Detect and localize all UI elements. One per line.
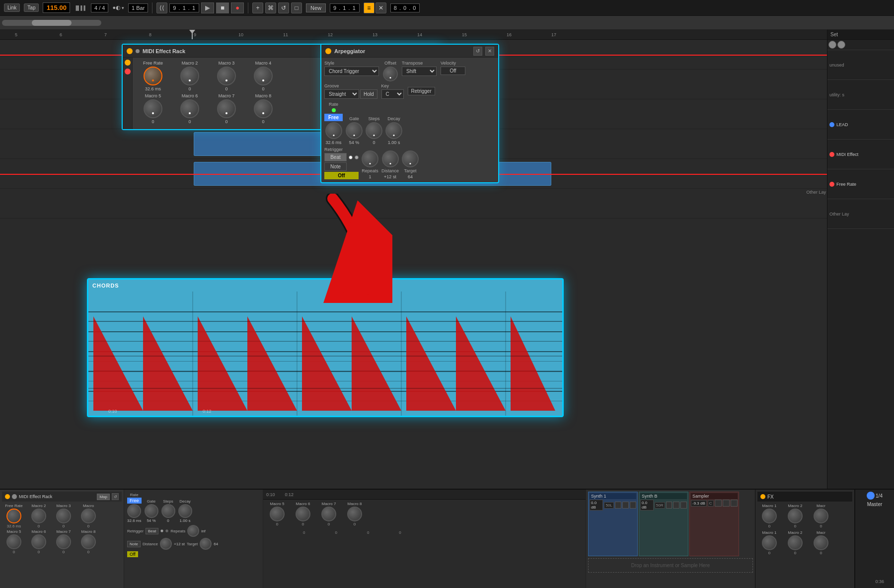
bottom-knob-free-rate[interactable] bbox=[6, 509, 21, 523]
bottom-knob-4[interactable] bbox=[81, 509, 96, 523]
synth-b-btn-3[interactable] bbox=[680, 502, 687, 509]
bottom-distance-knob[interactable] bbox=[160, 538, 172, 550]
sampler-btn-2[interactable] bbox=[723, 500, 730, 507]
beat-retrigger-button[interactable]: Beat bbox=[324, 153, 347, 161]
link-icon-button[interactable]: ⌘ bbox=[265, 2, 276, 13]
bottom-knob-6[interactable] bbox=[31, 534, 46, 549]
rack-fold-dot[interactable] bbox=[136, 49, 140, 53]
key-dropdown[interactable]: C bbox=[381, 89, 404, 99]
macro-knob-7[interactable] bbox=[217, 99, 236, 118]
style-dropdown[interactable]: Chord Trigger bbox=[324, 67, 379, 76]
bottom-off-btn[interactable]: Off bbox=[127, 551, 138, 557]
bottom-rack-dot[interactable] bbox=[5, 494, 10, 499]
bc-knob-6[interactable] bbox=[296, 507, 310, 521]
chords-clip[interactable]: CHORDS bbox=[87, 278, 564, 417]
rewind-button[interactable]: ⟨⟨ bbox=[156, 2, 167, 13]
bottom-knob-8[interactable] bbox=[81, 534, 96, 549]
macro-knob-6[interactable] bbox=[180, 99, 199, 118]
fx-knob-6[interactable] bbox=[788, 535, 803, 550]
bottom-free-btn[interactable]: Free bbox=[127, 498, 142, 504]
bottom-knob-7[interactable] bbox=[56, 534, 71, 549]
synth-1-btn-2[interactable] bbox=[622, 502, 629, 509]
arp-icon-2[interactable]: ✕ bbox=[485, 47, 494, 56]
sampler-btn-3[interactable] bbox=[731, 500, 738, 507]
groove-dropdown[interactable]: Straight bbox=[324, 89, 359, 99]
bottom-rack-map-btn[interactable]: Map bbox=[97, 494, 110, 500]
rate-knob[interactable] bbox=[325, 122, 342, 139]
position-display[interactable]: 9 . 1 . 1 bbox=[169, 3, 199, 12]
rack-strip-dot-orange[interactable] bbox=[125, 60, 131, 66]
retrigger-button-main[interactable]: Retrigger bbox=[408, 87, 435, 95]
fx-knob-7[interactable] bbox=[814, 535, 828, 550]
macro-knob-3[interactable] bbox=[217, 67, 236, 85]
decay-knob[interactable] bbox=[385, 122, 402, 139]
bottom-rate-knob[interactable] bbox=[127, 504, 141, 518]
sidebar-item-unused[interactable]: unused bbox=[827, 50, 894, 80]
fx-dot[interactable] bbox=[760, 494, 765, 499]
punch-button[interactable]: □ bbox=[291, 2, 302, 13]
macro-knob-free-rate[interactable] bbox=[144, 67, 162, 85]
time-signature[interactable]: 4 / 4 bbox=[91, 3, 108, 12]
fx-knob-2[interactable] bbox=[788, 509, 803, 523]
rack-power-dot[interactable] bbox=[127, 48, 133, 54]
sampler-btn-1[interactable] bbox=[715, 500, 722, 507]
synth-1-btn-3[interactable] bbox=[630, 502, 636, 509]
synth-b-btn-1[interactable] bbox=[666, 502, 672, 509]
stop-button[interactable]: ■ bbox=[216, 2, 229, 13]
bottom-knob-5[interactable] bbox=[6, 534, 21, 549]
fx-knob-5[interactable] bbox=[762, 535, 777, 550]
repeats-knob[interactable] bbox=[362, 150, 378, 167]
bottom-knob-3[interactable] bbox=[56, 509, 71, 523]
synth-1-btn-1[interactable] bbox=[615, 502, 621, 509]
quantize-display[interactable]: 1 Bar bbox=[128, 3, 148, 12]
new-button[interactable]: New bbox=[306, 3, 326, 12]
macro-knob-5[interactable] bbox=[144, 99, 162, 118]
sidebar-item-free-rate[interactable]: Free Rate bbox=[827, 169, 894, 199]
synth-b-btn-2[interactable] bbox=[673, 502, 679, 509]
bottom-rack-dot-2[interactable] bbox=[12, 494, 17, 499]
sidebar-item-utility[interactable]: utility: s bbox=[827, 80, 894, 110]
loop-button[interactable]: ↺ bbox=[278, 2, 289, 13]
sidebar-item-lead[interactable]: LEAD bbox=[827, 110, 894, 140]
play-button[interactable]: ▶ bbox=[201, 2, 214, 13]
macro-knob-4[interactable] bbox=[254, 67, 273, 85]
bottom-repeats-knob[interactable] bbox=[187, 525, 199, 537]
link-button[interactable]: Link bbox=[4, 3, 20, 12]
bottom-target-knob[interactable] bbox=[200, 538, 212, 550]
macro-knob-2[interactable] bbox=[180, 67, 199, 85]
sidebar-item-midi-effect[interactable]: MIDI Effect bbox=[827, 140, 894, 169]
off-button[interactable]: Off bbox=[324, 172, 359, 179]
bottom-steps-knob[interactable] bbox=[161, 504, 175, 518]
bc-knob-7[interactable] bbox=[321, 507, 336, 521]
gate-knob[interactable] bbox=[346, 122, 363, 139]
scroll-thumb[interactable] bbox=[32, 20, 72, 26]
distance-knob[interactable] bbox=[382, 150, 399, 167]
bc-knob-5[interactable] bbox=[270, 507, 285, 521]
sidebar-btn-1[interactable] bbox=[828, 41, 836, 49]
arp-icon-1[interactable]: ↺ bbox=[473, 47, 482, 56]
transpose-dropdown[interactable]: Shift bbox=[402, 67, 437, 76]
fx-knob-3[interactable] bbox=[814, 509, 828, 523]
horizontal-scrollbar[interactable] bbox=[2, 20, 101, 26]
offset-knob[interactable] bbox=[383, 67, 398, 81]
bc-knob-8[interactable] bbox=[347, 507, 362, 521]
fx-knob-1[interactable] bbox=[762, 509, 777, 523]
session-view-button[interactable]: ✕ bbox=[375, 2, 386, 13]
bottom-rack-icon[interactable]: ↺ bbox=[112, 493, 119, 500]
bottom-gate-knob[interactable] bbox=[145, 504, 158, 518]
target-knob[interactable] bbox=[402, 150, 419, 167]
bottom-note-btn[interactable]: Note bbox=[127, 541, 141, 547]
bottom-beat-btn[interactable]: Beat bbox=[146, 528, 158, 534]
sidebar-btn-2[interactable] bbox=[837, 41, 845, 49]
add-button[interactable]: + bbox=[252, 2, 263, 13]
tap-button[interactable]: Tap bbox=[24, 3, 39, 12]
bottom-decay-knob[interactable] bbox=[178, 504, 192, 518]
rack-strip-dot-red[interactable] bbox=[125, 69, 131, 74]
hold-button[interactable]: Hold bbox=[360, 89, 377, 99]
sidebar-item-other[interactable]: Other Lay bbox=[827, 199, 894, 229]
record-button[interactable]: ● bbox=[231, 2, 244, 13]
free-button[interactable]: Free bbox=[324, 114, 343, 121]
arrangement-view-button[interactable]: ≡ bbox=[364, 2, 374, 13]
steps-knob[interactable] bbox=[366, 122, 382, 139]
arp-power-dot[interactable] bbox=[325, 48, 331, 54]
